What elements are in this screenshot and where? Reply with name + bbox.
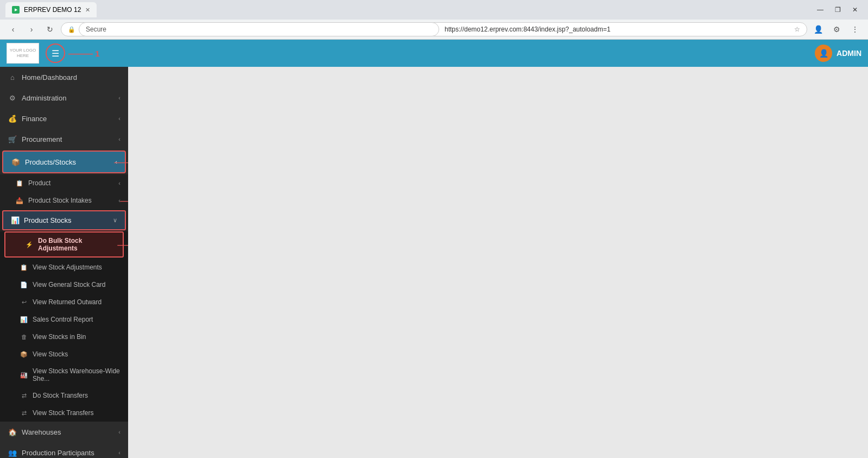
back-button[interactable]: ‹	[5, 22, 21, 37]
administration-chevron: ‹	[118, 95, 121, 101]
view-returned-outward-label: View Returned Outward	[33, 298, 102, 306]
sidebar-item-production-participants[interactable]: 👥 Production Participants ‹	[0, 442, 128, 458]
hamburger-icon: ☰	[52, 48, 59, 59]
finance-chevron: ‹	[118, 115, 121, 122]
view-general-stock-card-label: View General Stock Card	[33, 281, 106, 288]
admin-user: 👤 ADMIN	[815, 45, 861, 62]
bulk-stock-icon: ⚡	[25, 240, 34, 249]
url-text: https://demo12.erprev.com:8443/index.jsp…	[445, 26, 791, 33]
product-icon: 📋	[15, 179, 24, 187]
reload-button[interactable]: ↻	[42, 22, 58, 37]
browser-tab[interactable]: ERPREV DEMO 12 ✕	[5, 2, 97, 17]
sidebar-item-view-returned-outward[interactable]: ↩ View Returned Outward	[0, 293, 128, 311]
product-stocks-icon: 📊	[11, 216, 20, 224]
view-stocks-bin-icon: 🗑	[20, 332, 28, 341]
sidebar-item-view-stocks[interactable]: 📦 View Stocks	[0, 346, 128, 363]
sidebar-item-products-stocks[interactable]: 📦 Products/Stocks ‹ ——— 2	[2, 150, 126, 173]
sidebar-item-do-bulk-stock-adjustments[interactable]: ⚡ Do Bulk Stock Adjustments ——— 4	[4, 231, 124, 258]
sidebar-item-home[interactable]: ⌂ Home/Dashboard	[0, 67, 128, 87]
view-stocks-warehouse-wide-label: View Stocks Warehouse-Wide She...	[33, 367, 121, 382]
logo: YOUR LOGO HERE	[7, 43, 39, 64]
administration-icon: ⚙	[8, 93, 17, 103]
sidebar-item-product-stocks[interactable]: 📊 Product Stocks ∨	[2, 210, 126, 230]
sidebar-item-product-stock-intakes[interactable]: 📥 Product Stock Intakes ‹ ——— 3	[0, 192, 128, 209]
close-button[interactable]: ✕	[847, 2, 863, 17]
view-stock-adj-icon: 📋	[20, 263, 28, 272]
lock-icon: 🔒	[68, 26, 75, 33]
product-stock-intakes-icon: 📥	[15, 196, 24, 205]
administration-label: Administration	[22, 94, 114, 102]
production-participants-icon: 👥	[8, 448, 17, 457]
do-bulk-stock-adjustments-label: Do Bulk Stock Adjustments	[38, 237, 115, 252]
tab-close-button[interactable]: ✕	[85, 7, 90, 14]
view-stocks-in-bin-label: View Stocks in Bin	[33, 333, 86, 341]
product-stocks-submenu: ⚡ Do Bulk Stock Adjustments ——— 4 📋 View…	[0, 231, 128, 422]
hamburger-button[interactable]: ☰	[46, 43, 65, 63]
product-stocks-label: Product Stocks	[24, 216, 109, 224]
product-label: Product	[28, 179, 50, 187]
finance-icon: 💰	[8, 114, 17, 123]
annotation-3-label: ——— 3	[120, 197, 128, 205]
tab-favicon	[12, 6, 20, 14]
production-participants-chevron: ‹	[118, 449, 121, 456]
finance-label: Finance	[22, 115, 114, 123]
sidebar-item-warehouses[interactable]: 🏠 Warehouses ‹	[0, 422, 128, 442]
annotation-4-label: ——— 4	[117, 241, 128, 249]
content-area	[128, 67, 868, 458]
products-stocks-submenu: 📋 Product ‹ 📥 Product Stock Intakes ‹ ——…	[0, 174, 128, 422]
menu-button[interactable]: ⋮	[847, 22, 863, 37]
view-stock-transfers-icon: ⇄	[20, 409, 28, 417]
sidebar: ⌂ Home/Dashboard ⚙ Administration ‹ 💰 Fi…	[0, 67, 128, 458]
admin-label: ADMIN	[837, 49, 861, 58]
view-general-stock-icon: 📄	[20, 280, 28, 289]
address-bar-extras: ☆	[794, 26, 800, 33]
restore-button[interactable]: ❐	[830, 2, 845, 17]
sales-control-report-label: Sales Control Report	[33, 316, 93, 323]
forward-button[interactable]: ›	[24, 22, 39, 37]
procurement-label: Procurement	[22, 135, 114, 143]
annotation-1: ——— 1	[68, 49, 100, 58]
sidebar-item-view-stock-transfers[interactable]: ⇄ View Stock Transfers	[0, 404, 128, 422]
tab-title: ERPREV DEMO 12	[24, 6, 81, 14]
warehouses-label: Warehouses	[22, 428, 114, 436]
sales-control-icon: 📊	[20, 315, 28, 324]
product-stocks-chevron: ∨	[113, 217, 117, 224]
profile-button[interactable]: 👤	[810, 22, 826, 37]
view-returned-icon: ↩	[20, 298, 28, 306]
address-bar[interactable]: 🔒 Secure https://demo12.erprev.com:8443/…	[61, 22, 807, 36]
do-stock-transfers-label: Do Stock Transfers	[33, 392, 88, 399]
sidebar-item-sales-control-report[interactable]: 📊 Sales Control Report	[0, 311, 128, 328]
view-stock-adjustments-label: View Stock Adjustments	[33, 263, 102, 271]
procurement-icon: 🛒	[8, 134, 17, 144]
view-stocks-label: View Stocks	[33, 350, 68, 358]
procurement-chevron: ‹	[118, 136, 121, 142]
products-stocks-label: Products/Stocks	[25, 158, 111, 166]
production-participants-label: Production Participants	[22, 449, 114, 457]
product-chevron: ‹	[118, 180, 121, 186]
do-stock-transfers-icon: ⇄	[20, 391, 28, 400]
sidebar-item-view-stock-adjustments[interactable]: 📋 View Stock Adjustments	[0, 259, 128, 276]
sidebar-item-do-stock-transfers[interactable]: ⇄ Do Stock Transfers	[0, 387, 128, 404]
warehouses-icon: 🏠	[8, 427, 17, 437]
view-stocks-icon: 📦	[20, 350, 28, 359]
minimize-button[interactable]: —	[813, 2, 828, 17]
extensions-button[interactable]: ⚙	[829, 22, 844, 37]
view-stocks-warehouse-icon: 🏭	[20, 371, 28, 379]
app-header: YOUR LOGO HERE ☰ ——— 1 👤 ADMIN	[0, 40, 868, 67]
admin-avatar: 👤	[815, 45, 832, 62]
annotation-2-label: ——— 2	[114, 158, 128, 166]
secure-label: Secure	[79, 22, 439, 36]
sidebar-item-view-stocks-in-bin[interactable]: 🗑 View Stocks in Bin	[0, 328, 128, 346]
view-stock-transfers-label: View Stock Transfers	[33, 409, 94, 417]
sidebar-item-view-general-stock-card[interactable]: 📄 View General Stock Card	[0, 276, 128, 293]
home-icon: ⌂	[8, 72, 17, 82]
sidebar-item-procurement[interactable]: 🛒 Procurement ‹	[0, 129, 128, 149]
star-icon[interactable]: ☆	[794, 26, 800, 33]
sidebar-item-product[interactable]: 📋 Product ‹	[0, 174, 128, 192]
warehouses-chevron: ‹	[118, 429, 121, 435]
product-stock-intakes-label: Product Stock Intakes	[28, 197, 92, 204]
sidebar-item-view-stocks-warehouse-wide[interactable]: 🏭 View Stocks Warehouse-Wide She...	[0, 363, 128, 387]
home-label: Home/Dashboard	[22, 73, 121, 81]
sidebar-item-administration[interactable]: ⚙ Administration ‹	[0, 87, 128, 108]
sidebar-item-finance[interactable]: 💰 Finance ‹	[0, 108, 128, 129]
